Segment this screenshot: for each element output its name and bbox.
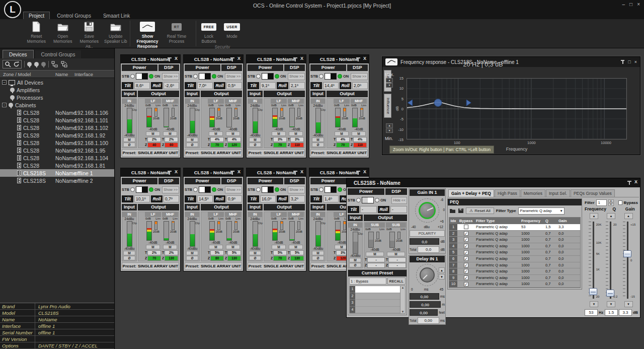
peq-table-row[interactable]: 6 Parametric Q adap 1000 0,7 0,0 [449,256,580,262]
stb-radio[interactable] [193,74,198,79]
update-speaker-lib-button[interactable]: Update Speaker Lib [103,19,129,44]
lf-impedance-field[interactable]: 40 [147,143,161,148]
dsp-show-button[interactable]: Show >> [288,186,305,193]
tilt-value[interactable]: 16,0º [260,195,276,202]
close-button[interactable]: × [637,2,640,7]
q-slider-track[interactable]: 200.2 [603,221,619,300]
lf-impedance-field[interactable]: 70 [273,256,287,261]
lf-impedance-field[interactable]: 80 [210,256,224,261]
panel-titlebar[interactable]: CLS28 - NoName X [247,168,306,177]
delay-feet-field[interactable]: 0,00 [410,309,438,316]
close-icon[interactable]: X [175,56,178,61]
panel-titlebar[interactable]: CLS218S - NoName X [347,178,640,187]
delay-ms-field[interactable]: 0,00 [410,293,439,300]
lf-impedance-field[interactable]: 70 [147,256,161,261]
pin-icon[interactable] [356,171,360,175]
peq-table-row[interactable]: 9 Parametric Q adap 1000 0,7 0,0 [449,275,580,282]
mhf-mute-button[interactable]: M [352,131,366,136]
mhf-temp-field[interactable]: 2% [165,250,178,255]
power-toggle[interactable] [325,73,337,80]
power-toggle[interactable] [136,73,148,80]
tilt-value[interactable]: - [360,206,377,213]
open-memories-button[interactable]: Open Memories [50,19,76,44]
in-mute-button[interactable]: M [349,258,362,262]
lock-buttons-button[interactable]: FREE Lock Buttons [197,19,220,44]
in-phase-button[interactable]: Ø [349,263,362,267]
gain-slider-thumb[interactable] [623,250,631,257]
gain-value-field[interactable]: 0,0 [410,238,439,245]
device-tree-row[interactable]: CLS28 NoName 192.168.1.101 [0,116,114,124]
tilt-value[interactable]: 14,4º [323,82,339,89]
delay-stepper[interactable]: ▲▼ [439,267,445,280]
device-tree-row[interactable]: CLS28 NoName 192.168.1.81 [0,162,114,169]
peq-bypass-checkbox[interactable] [464,250,468,255]
sub2-mute-button[interactable]: M [387,252,405,256]
in-phase-button[interactable]: Ø [312,143,325,147]
roll-value[interactable]: 0,5º [226,82,242,89]
polarity-button[interactable]: POLARITY [410,230,445,237]
tab-smaart-link[interactable]: Smaart Link [98,12,135,19]
mhf-temp-field[interactable]: 5% [227,250,241,255]
lf-impedance-field[interactable]: 70 [336,143,350,148]
power-toggle[interactable] [362,197,374,203]
device-tree-row[interactable]: CLS28 NoName 192.168.1.95 [0,147,114,154]
mode-button[interactable]: USER Mode [220,19,244,39]
power-toggle[interactable] [325,186,337,193]
stb-radio[interactable] [256,187,261,192]
close-icon[interactable]: × [634,59,637,64]
preset-row[interactable] [355,300,400,307]
in-phase-button[interactable]: Ø [249,143,262,147]
mhf-mute-button[interactable]: M [226,245,240,249]
pin-icon[interactable] [293,57,297,61]
device-tree-row[interactable]: CLS28 NoName 192.168.1.106 [0,109,114,116]
frequency-slider-track[interactable]: 20K10K5K1K20 [585,221,603,300]
peq-bypass-checkbox[interactable] [464,231,468,236]
tab-gain-delay-peq[interactable]: Gain + Delay + PEQ [448,189,494,197]
panel-titlebar[interactable]: CLS28 - NoName X [309,168,369,177]
pin-icon[interactable] [627,181,631,185]
dsp-show-button[interactable]: Show >> [288,73,305,80]
stb-radio[interactable] [319,74,324,79]
mhf-temp-field[interactable]: 5% [290,250,304,255]
open-peq-icon[interactable] [449,208,456,214]
roll-value[interactable]: 2,0º [352,82,368,89]
lf-temp-field[interactable]: 4% [210,137,224,142]
maximize-icon[interactable]: □ [628,59,630,64]
gain-up-button[interactable]: ▲ [624,213,633,219]
mhf-temp-field[interactable]: 2% [165,137,178,142]
tab-high-pass[interactable]: High Pass [495,189,520,197]
collapse-tree-icon[interactable] [61,61,68,67]
preset-row[interactable] [355,293,400,300]
mhf-impedance-field[interactable]: 110 [290,143,304,148]
dsp-show-button[interactable]: Show >> [162,73,179,80]
lf-mute-button[interactable]: M [146,245,160,249]
panel-titlebar[interactable]: CLS28 - NoName X [309,55,369,63]
lf-mute-button[interactable]: M [209,131,223,136]
mhf-temp-field[interactable]: 4% [353,137,367,142]
frequency-down-button[interactable]: ▼ [590,301,598,307]
dsp-show-button[interactable]: Show >> [225,186,242,193]
peq-bypass-checkbox[interactable] [464,269,468,273]
close-icon[interactable]: X [237,56,240,61]
close-icon[interactable]: X [237,169,240,174]
tree-root-row[interactable]: − All Devices [0,79,114,86]
tab-project[interactable]: Project [23,12,50,19]
bypass-checkbox[interactable] [618,200,622,205]
mhf-impedance-field[interactable]: 120 [227,143,241,148]
lf-temp-field[interactable]: 5% [210,250,224,255]
in-phase-button[interactable]: Ø [123,256,136,260]
tab-control-groups[interactable]: Control Groups [52,12,96,19]
save-memories-button[interactable]: Save Memories As.. [76,19,103,49]
device-tree-row[interactable]: CLS218S NoName offline 2 [0,177,114,184]
in-mute-button[interactable]: M [123,137,136,142]
sidebar-tab-control-groups[interactable]: Control Groups [35,50,82,58]
stb-radio[interactable] [193,187,198,192]
stb-radio[interactable] [130,74,135,79]
roll-value[interactable]: 0,9º [226,195,242,202]
close-icon[interactable]: X [634,179,637,184]
mhf-temp-field[interactable]: 3% [290,137,304,142]
in-mute-button[interactable]: M [312,251,325,255]
power-toggle[interactable] [136,186,148,193]
pin-icon[interactable] [356,57,360,61]
reset-memories-button[interactable]: Reset Memories [23,19,50,44]
